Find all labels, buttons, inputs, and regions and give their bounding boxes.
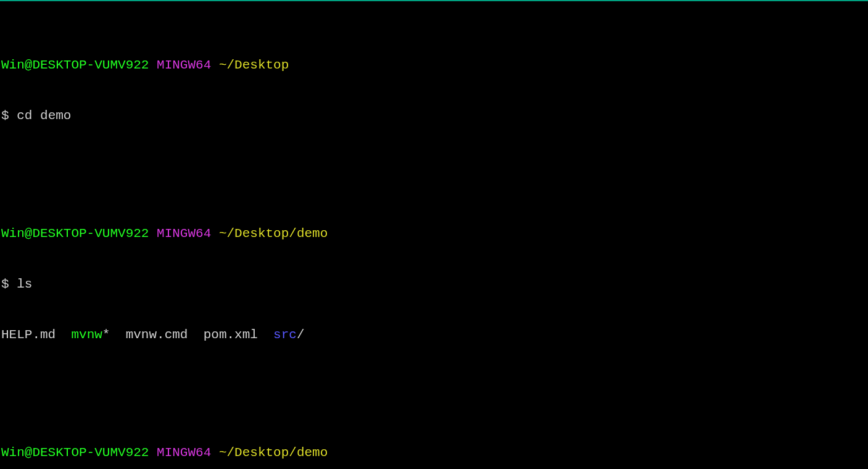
file-mvnw-cmd-pom: mvnw.cmd pom.xml [126, 328, 273, 342]
prompt-line-3: Win@DESKTOP-VUMV922 MINGW64 ~/Desktop/de… [1, 444, 867, 461]
mingw-label: MINGW64 [149, 446, 218, 460]
prompt-line-2: Win@DESKTOP-VUMV922 MINGW64 ~/Desktop/de… [1, 225, 867, 242]
terminal-window[interactable]: Win@DESKTOP-VUMV922 MINGW64 ~/Desktop $ … [0, 1, 868, 469]
ls-output-line: HELP.md mvnw* mvnw.cmd pom.xml src/ [1, 326, 867, 343]
command-line-2: $ ls [1, 276, 867, 293]
current-path: ~/Desktop [219, 58, 289, 72]
dir-slash: / [297, 328, 305, 342]
command-text: ls [17, 277, 32, 291]
prompt-symbol: $ [1, 277, 17, 291]
file-help-md: HELP.md [1, 328, 71, 342]
user-host: Win@DESKTOP-VUMV922 [1, 58, 149, 72]
mingw-label: MINGW64 [149, 58, 218, 72]
user-host: Win@DESKTOP-VUMV922 [1, 226, 149, 241]
current-path: ~/Desktop/demo [219, 226, 328, 241]
prompt-symbol: $ [1, 109, 17, 123]
mingw-label: MINGW64 [149, 226, 218, 241]
dir-src: src [273, 328, 297, 342]
file-mvnw: mvnw [71, 328, 102, 342]
blank-line [1, 158, 867, 175]
user-host: Win@DESKTOP-VUMV922 [1, 446, 149, 460]
command-text: cd demo [17, 109, 71, 123]
blank-line [1, 377, 867, 394]
prompt-line-1: Win@DESKTOP-VUMV922 MINGW64 ~/Desktop [1, 57, 867, 73]
exec-star: * [102, 328, 126, 342]
current-path: ~/Desktop/demo [219, 446, 328, 460]
command-line-1: $ cd demo [1, 107, 867, 124]
